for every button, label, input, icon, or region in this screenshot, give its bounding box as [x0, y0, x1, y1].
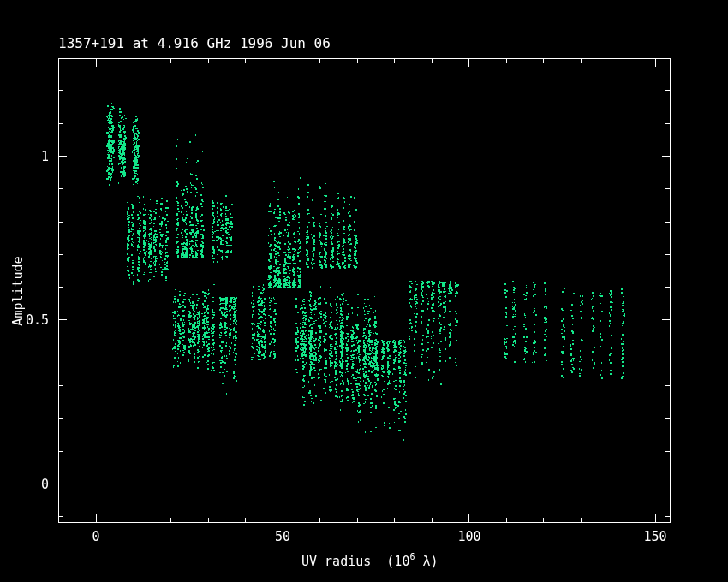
x-tick-label-100: 100	[451, 529, 488, 544]
chart-title: 1357+191 at 4.916 GHz 1996 Jun 06	[58, 35, 331, 51]
y-tick-label-1: 1	[7, 149, 49, 164]
y-tick-label-0: 0	[7, 477, 49, 492]
x-axis-label-suffix: λ)	[415, 554, 438, 569]
x-tick-label-50: 50	[264, 529, 301, 544]
x-axis-label-prefix: UV radius (10	[301, 554, 409, 569]
plot-window: 1357+191 at 4.916 GHz 1996 Jun 06 0 50 1…	[0, 0, 728, 582]
x-tick-label-150: 150	[636, 529, 674, 544]
x-axis-label: UV radius (106 λ)	[301, 552, 439, 569]
x-tick-label-0: 0	[77, 529, 115, 544]
y-axis-label: Amplitude	[10, 256, 26, 325]
scatter-plot-canvas	[0, 0, 728, 582]
